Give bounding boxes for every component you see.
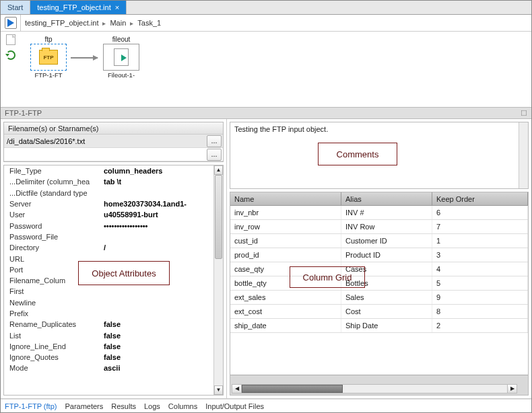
filename-row-2: ... [4,148,223,161]
refresh-icon[interactable] [6,50,15,60]
table-row[interactable]: prod_idProduct ID3 [230,248,528,262]
attribute-row[interactable]: Ignore_Line_Endfalse [4,341,213,352]
grid-body: inv_nbrINV #6inv_rowINV Row7cust_idCusto… [230,206,528,375]
document-icon[interactable] [6,34,15,45]
cell-name: ext_sales [230,291,341,304]
cell-alias: Customer ID [341,234,432,248]
bottom-tab[interactable]: Parameters [65,402,103,410]
comments-panel[interactable]: Testing the FTP input object. Comments [230,122,529,189]
col-header-keep[interactable]: Keep Order [432,192,528,205]
attribute-row[interactable]: Port [4,264,213,275]
attribute-row[interactable]: Password••••••••••••••••• [4,220,213,231]
attribute-value: ••••••••••••••••• [104,222,213,230]
bottom-tab[interactable]: Columns [168,402,197,410]
attribute-row[interactable]: Modeascii [4,363,213,373]
attribute-row[interactable]: Filename_Colum [4,275,213,286]
attribute-key: Server [9,200,104,208]
node-fileout[interactable]: fileout Fileout-1- [100,36,142,79]
cell-name: inv_row [230,220,341,233]
attribute-key: Ignore_Line_End [9,342,104,350]
attribute-value: false [104,320,213,328]
crumb-file[interactable]: testing_FTP_object.int [25,19,98,27]
node-ftp[interactable]: ftp FTP FTP-1-FT [28,36,69,79]
attribute-row[interactable]: Newline [4,297,213,308]
table-row[interactable]: cust_idCustomer ID1 [230,234,528,248]
attribute-row[interactable]: Rename_Duplicatesfalse [4,319,213,330]
scroll-right-icon[interactable]: ▶ [507,385,517,393]
comments-scrollbar[interactable] [519,122,528,188]
attribute-key: Ignore_Quotes [9,353,104,361]
crumb-task[interactable]: Task_1 [137,19,161,27]
attribute-row[interactable]: Listfalse [4,330,213,340]
attribute-row[interactable]: URL [4,253,213,264]
bottom-tabs: FTP-1-FTP (ftp)ParametersResultsLogsColu… [1,399,531,412]
cell-name: inv_nbr [230,206,341,219]
comments-text: Testing the FTP input object. [234,125,328,133]
filenames-header: Filename(s) or Starname(s) [4,122,223,135]
grid-h-scrollbar[interactable]: ◀ ▶ [232,384,517,393]
attributes-scrollbar[interactable]: ▲ ▼ [213,165,223,395]
cell-keep: 8 [432,305,528,318]
cell-keep: 5 [432,276,528,290]
attribute-key: ...Dictfile (standard type [9,189,104,197]
attribute-row[interactable]: Directory/ [4,242,213,253]
tab-active-label: testing_FTP_object.int [37,3,110,11]
bottom-tab[interactable]: Logs [144,402,160,410]
tab-active-file[interactable]: testing_FTP_object.int × [30,1,127,14]
grid-header: Name Alias Keep Order [230,192,528,206]
attribute-row[interactable]: ...Delimiter (column_heatab \t [4,176,213,187]
attribute-row[interactable]: First [4,286,213,297]
table-row[interactable]: inv_rowINV Row7 [230,220,528,234]
bottom-tab[interactable]: Results [111,402,136,410]
scrollbar-thumb[interactable] [215,175,222,259]
run-button[interactable] [1,15,21,31]
browse-button-1[interactable]: ... [207,135,222,147]
cell-alias: Sales [341,291,432,304]
filename-input-1[interactable] [4,135,207,147]
breadcrumb: testing_FTP_object.int ▸ Main ▸ Task_1 [21,15,531,31]
bottom-tab[interactable]: Input/Output Files [205,402,264,410]
table-row[interactable]: ext_costCost8 [230,305,528,319]
scroll-up-icon[interactable]: ▲ [214,165,223,175]
table-row[interactable]: case_qtyCases4 [230,262,528,276]
cell-keep: 7 [432,220,528,233]
cell-alias: Cases [341,262,432,276]
attribute-value: home320373034.1and1- [104,200,213,208]
cell-name: bottle_qty [230,276,341,290]
cell-keep: 4 [432,262,528,276]
browse-button-2[interactable]: ... [207,149,222,161]
flow-canvas[interactable]: ftp FTP FTP-1-FT fileout Fileout-1- [21,32,531,107]
cell-keep: 3 [432,248,528,262]
attributes-list: File_Typecolumn_headers...Delimiter (col… [4,165,213,395]
scroll-left-icon[interactable]: ◀ [232,385,242,393]
attribute-row[interactable]: Useru40558991-burt [4,209,213,220]
attribute-row[interactable]: File_Typecolumn_headers [4,165,213,176]
play-icon [7,19,14,27]
table-row[interactable]: ext_salesSales9 [230,291,528,305]
h-scrollbar-thumb[interactable] [242,385,343,393]
table-row[interactable]: ship_dateShip Date2 [230,319,528,333]
filename-input-2[interactable] [4,149,207,161]
attribute-row[interactable]: Serverhome320373034.1and1- [4,198,213,209]
tab-start[interactable]: Start [1,1,30,14]
close-icon[interactable]: × [115,3,119,11]
col-header-alias[interactable]: Alias [341,192,432,205]
attribute-row[interactable]: Ignore_Quotesfalse [4,352,213,363]
crumb-main[interactable]: Main [110,19,126,27]
table-row[interactable]: bottle_qtyBottles5 [230,276,528,291]
attribute-row[interactable]: Password_File [4,231,213,242]
bottom-tab[interactable]: FTP-1-FTP (ftp) [5,402,57,410]
table-row[interactable]: inv_nbrINV #6 [230,206,528,220]
pin-icon[interactable]: ☐ [521,109,527,118]
attribute-row[interactable]: Prefix [4,308,213,319]
scroll-down-icon[interactable]: ▼ [214,385,223,395]
attribute-key: Port [9,266,104,274]
col-header-name[interactable]: Name [230,192,341,205]
attribute-value: false [104,342,213,350]
node-ftp-id: FTP-1-FT [28,71,69,79]
section-title: FTP-1-FTP [5,109,42,117]
cell-name: prod_id [230,248,341,262]
right-pane: Testing the FTP input object. Comments N… [227,119,531,398]
attribute-row[interactable]: ...Dictfile (standard type [4,188,213,198]
cell-alias: INV Row [341,220,432,233]
